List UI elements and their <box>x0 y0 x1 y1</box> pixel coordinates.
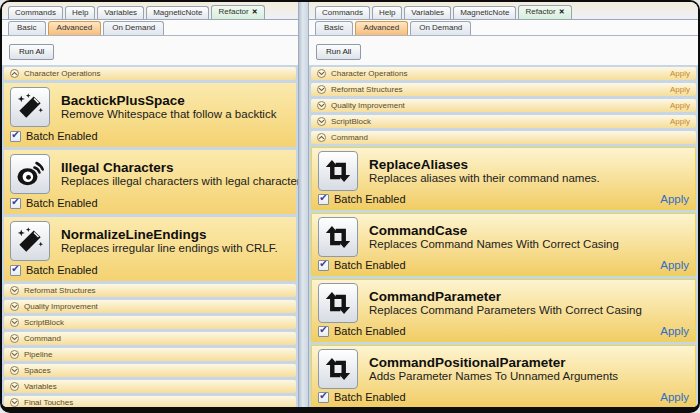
subtab-label: On Demand <box>112 23 155 32</box>
subtab-basic[interactable]: Basic <box>315 21 353 35</box>
tab-commands[interactable]: Commands <box>8 6 63 19</box>
section-header-quality-improvement[interactable]: Quality Improvement <box>4 300 296 313</box>
section-header-scriptblock[interactable]: ScriptBlock <box>4 316 296 329</box>
tab-help[interactable]: Help <box>372 6 402 19</box>
apply-link[interactable]: Apply <box>670 69 690 78</box>
item-footer: ✔ Batch Enabled Apply <box>318 259 689 271</box>
tab-magneticnote[interactable]: MagneticNote <box>453 6 516 19</box>
section-header-quality-improvement[interactable]: Quality Improvement Apply <box>311 99 696 112</box>
checkbox-checked-icon: ✔ <box>10 131 21 142</box>
section-title: Character Operations <box>24 69 100 78</box>
subtab-basic[interactable]: Basic <box>8 21 46 35</box>
tab-label: Refactor <box>525 7 555 17</box>
apply-link[interactable]: Apply <box>660 391 689 403</box>
section-header-command[interactable]: Command <box>311 131 696 144</box>
item-footer: ✔ Batch Enabled Apply <box>318 193 689 205</box>
run-refactor-button[interactable] <box>318 151 358 191</box>
apply-link[interactable]: Apply <box>670 117 690 126</box>
tab-label: Commands <box>15 8 56 18</box>
section-title: Reformat Structures <box>24 286 96 295</box>
item-main: CommandCase Replaces Command Names With … <box>318 217 689 257</box>
batch-enabled-checkbox[interactable]: ✔ Batch Enabled <box>10 197 290 209</box>
item-description: Adds Parameter Names To Unnamed Argument… <box>369 370 618 383</box>
item-text: CommandCase Replaces Command Names With … <box>369 223 619 251</box>
section-title: Command <box>331 133 368 142</box>
run-refactor-button[interactable] <box>318 217 358 257</box>
chevron-down-icon <box>10 366 19 375</box>
item-text: Illegal Characters Replaces illegal char… <box>61 160 298 188</box>
apply-link[interactable]: Apply <box>660 193 689 205</box>
subtab-label: Advanced <box>57 23 93 32</box>
run-refactor-button[interactable] <box>318 349 358 389</box>
chevron-down-icon <box>10 350 19 359</box>
tab-label: Help <box>379 8 395 18</box>
item-title: CommandParameter <box>369 289 642 304</box>
section-header-variables[interactable]: Variables <box>4 380 296 393</box>
close-icon[interactable]: ✕ <box>252 7 258 17</box>
tab-variables[interactable]: Variables <box>404 6 451 19</box>
tab-commands[interactable]: Commands <box>315 6 370 19</box>
right-toolbar: Run All <box>309 36 698 65</box>
chevron-down-icon <box>317 117 326 126</box>
apply-link[interactable]: Apply <box>670 85 690 94</box>
section-header-scriptblock[interactable]: ScriptBlock Apply <box>311 115 696 128</box>
chevron-down-icon <box>10 334 19 343</box>
item-text: ReplaceAliases Replaces aliases with the… <box>369 157 600 185</box>
subtab-on-demand[interactable]: On Demand <box>410 21 471 35</box>
apply-link[interactable]: Apply <box>660 325 689 337</box>
section-header-pipeline[interactable]: Pipeline <box>4 348 296 361</box>
section-header-character-operations[interactable]: Character Operations <box>4 67 296 80</box>
tab-label: Commands <box>322 8 363 18</box>
section-header-reformat-structures[interactable]: Reformat Structures <box>4 284 296 297</box>
section-header-reformat-structures[interactable]: Reformat Structures Apply <box>311 83 696 96</box>
subtab-label: Basic <box>324 23 344 32</box>
chevron-down-icon <box>10 302 19 311</box>
section-header-character-operations[interactable]: Character Operations Apply <box>311 67 696 80</box>
eye-signal-icon <box>15 159 45 189</box>
section-title: ScriptBlock <box>331 117 371 126</box>
run-refactor-button[interactable] <box>10 221 50 261</box>
apply-link[interactable]: Apply <box>670 101 690 110</box>
batch-enabled-checkbox[interactable]: ✔ Batch Enabled <box>10 264 290 276</box>
tab-refactor[interactable]: Refactor ✕ <box>211 5 264 19</box>
tab-refactor[interactable]: Refactor ✕ <box>518 5 571 19</box>
batch-enabled-checkbox[interactable]: ✔ Batch Enabled <box>318 259 406 271</box>
batch-enabled-checkbox[interactable]: ✔ Batch Enabled <box>318 391 406 403</box>
refactor-item-replacealiases: ReplaceAliases Replaces aliases with the… <box>311 147 696 210</box>
item-text: CommandParameter Replaces Command Parame… <box>369 289 642 317</box>
checkbox-label: Batch Enabled <box>26 264 98 276</box>
run-refactor-button[interactable] <box>10 87 50 127</box>
section-title: Variables <box>24 382 57 391</box>
close-icon[interactable]: ✕ <box>559 7 565 17</box>
chevron-down-icon <box>10 382 19 391</box>
tab-magneticnote[interactable]: MagneticNote <box>146 6 209 19</box>
run-all-button[interactable]: Run All <box>9 44 54 60</box>
panel-splitter[interactable] <box>298 2 309 407</box>
section-header-final-touches[interactable]: Final Touches <box>4 396 296 407</box>
run-all-button[interactable]: Run All <box>316 44 361 60</box>
item-title: CommandPositionalParameter <box>369 355 618 370</box>
batch-enabled-checkbox[interactable]: ✔ Batch Enabled <box>10 130 290 142</box>
tab-label: Refactor <box>218 7 248 17</box>
tab-variables[interactable]: Variables <box>97 6 144 19</box>
apply-link[interactable]: Apply <box>660 259 689 271</box>
batch-enabled-checkbox[interactable]: ✔ Batch Enabled <box>318 325 406 337</box>
run-refactor-button[interactable] <box>318 283 358 323</box>
batch-enabled-checkbox[interactable]: ✔ Batch Enabled <box>318 193 406 205</box>
tab-label: Variables <box>104 8 137 18</box>
section-header-command[interactable]: Command <box>4 332 296 345</box>
run-refactor-button[interactable] <box>10 154 50 194</box>
refactor-window: Commands Help Variables MagneticNote Ref… <box>0 0 700 413</box>
section-header-spaces[interactable]: Spaces <box>4 364 296 377</box>
item-text: CommandPositionalParameter Adds Paramete… <box>369 355 618 383</box>
panel-container: Commands Help Variables MagneticNote Ref… <box>2 2 698 407</box>
refactor-item-commandparameter: CommandParameter Replaces Command Parame… <box>311 279 696 342</box>
magic-wand-icon <box>15 92 45 122</box>
item-description: Replaces Command Parameters With Correct… <box>369 304 642 317</box>
subtab-on-demand[interactable]: On Demand <box>103 21 164 35</box>
checkbox-label: Batch Enabled <box>26 130 98 142</box>
subtab-advanced[interactable]: Advanced <box>48 21 102 35</box>
subtab-advanced[interactable]: Advanced <box>355 21 409 35</box>
item-main: CommandParameter Replaces Command Parame… <box>318 283 689 323</box>
tab-help[interactable]: Help <box>65 6 95 19</box>
